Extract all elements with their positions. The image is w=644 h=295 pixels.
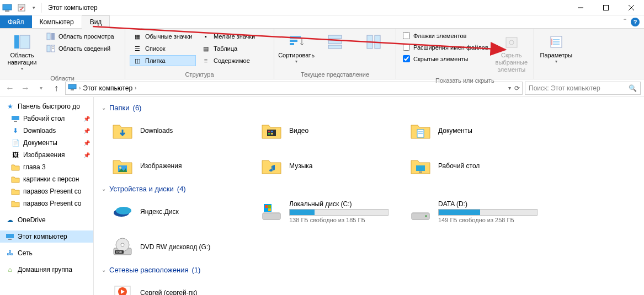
svg-rect-24 [375,35,380,49]
forward-button[interactable]: → [19,82,32,95]
drive-dvd[interactable]: DVD DVD RW дисковод (G:) [107,232,245,262]
folder-pictures[interactable]: Изображения [107,151,245,181]
pin-icon: 📌 [83,128,90,134]
layout-regular-icons[interactable]: ▦Обычные значки [130,31,196,42]
sidebar-item-documents[interactable]: 📄Документы📌 [0,137,93,149]
address-bar[interactable]: › Этот компьютер › ▾ ⟳ [65,82,523,95]
svg-rect-23 [367,35,372,49]
section-devices[interactable]: ⌄ Устройства и диски (4) [102,181,636,196]
navigation-pane-button[interactable]: Область навигации ▾ [4,31,40,74]
sidebar-item-downloads[interactable]: ⬇Downloads📌 [0,125,93,137]
svg-rect-12 [51,33,55,40]
sort-button[interactable]: Сортировать ▾ [279,31,314,67]
window-controls [568,0,644,15]
sidebar-item-quick-access[interactable]: ★Панель быстрого до [0,100,93,112]
this-pc-icon [68,84,77,93]
ribbon-tabs: Файл Компьютер Вид ˆ ? [0,15,644,29]
sidebar-item-this-pc[interactable]: Этот компьютер [0,230,93,243]
tab-file[interactable]: Файл [0,15,32,28]
downloads-icon: ⬇ [11,126,20,135]
drive-c[interactable]: Локальный диск (C:) 138 ГБ свободно из 1… [256,196,394,227]
ribbon-group-options: Параметры ▾ [534,29,578,79]
maximize-button[interactable] [593,0,619,15]
preview-pane-button[interactable]: Область просмотра [43,31,120,42]
recent-locations-button[interactable]: ▾ [34,82,47,95]
folder-documents[interactable]: Документы [405,115,543,146]
sidebar-item-chapter3[interactable]: глава 3 [0,161,93,173]
breadcrumb[interactable]: Этот компьютер [81,84,135,92]
svg-rect-29 [71,89,74,90]
chevron-down-icon: ⌄ [102,105,106,111]
sidebar-item-parovoz1[interactable]: паравоз Present co [0,185,93,197]
close-button[interactable] [619,0,644,15]
item-checkboxes-toggle[interactable]: Флажки элементов [401,31,491,40]
ribbon-group-areas-label: Области [4,74,120,82]
ribbon-group-current-view: Сортировать ▾ Текущее представление [274,29,396,79]
pictures-folder-icon [110,154,135,178]
address-dropdown-icon[interactable]: ▾ [508,85,511,91]
group-by-button[interactable] [317,31,353,61]
sidebar-item-pictures[interactable]: 🖼Изображения📌 [0,149,93,161]
svg-point-55 [425,215,427,217]
qat-dropdown-icon[interactable]: ▾ [30,2,38,14]
svg-rect-30 [12,116,19,120]
drive-yandex-disk[interactable]: Яндекс.Диск [107,196,245,227]
svg-rect-36 [271,131,273,132]
file-extensions-toggle[interactable]: Расширения имен файлов [401,42,491,52]
collapse-ribbon-icon[interactable]: ˆ [624,18,626,26]
refresh-icon[interactable]: ⟳ [514,84,520,92]
drive-usage-bar [438,209,537,216]
section-folders[interactable]: ⌄ Папки (6) [102,100,636,115]
addressbar-row: ← → ▾ ↑ › Этот компьютер › ▾ ⟳ Поиск: Эт… [0,79,644,97]
navigation-pane-label: Область навигации [6,52,39,66]
folder-downloads[interactable]: Downloads [107,115,245,146]
drive-d[interactable]: DATA (D:) 149 ГБ свободно из 258 ГБ [405,196,543,227]
back-button[interactable]: ← [3,82,17,95]
up-button[interactable]: ↑ [50,82,63,95]
search-placeholder: Поиск: Этот компьютер [529,84,600,92]
sidebar-item-network[interactable]: 🖧Сеть [0,247,93,259]
pin-icon: 📌 [83,152,90,158]
svg-rect-31 [14,121,17,122]
svg-rect-37 [268,133,270,135]
section-network[interactable]: ⌄ Сетевые расположения (1) [102,262,636,277]
layout-content[interactable]: ≡Содержимое [198,55,259,66]
sidebar-item-onedrive[interactable]: ☁OneDrive [0,214,93,226]
svg-rect-32 [6,234,14,238]
properties-icon[interactable] [15,2,28,14]
folder-desktop[interactable]: Рабочий стол [405,151,543,181]
svg-rect-28 [68,84,76,89]
this-pc-icon[interactable] [1,2,13,14]
svg-rect-38 [271,133,273,135]
svg-rect-0 [3,4,12,10]
dvd-drive-icon: DVD [110,235,135,259]
layout-list[interactable]: ☰Список [130,43,196,54]
svg-rect-18 [290,40,297,42]
tab-computer[interactable]: Компьютер [32,15,82,28]
tab-view[interactable]: Вид [82,15,110,29]
folder-video[interactable]: Видео [256,115,394,146]
svg-rect-33 [8,239,12,240]
minimize-button[interactable] [568,0,593,15]
columns-button[interactable] [356,31,391,61]
svg-rect-44 [416,165,425,171]
chevron-right-icon[interactable]: › [135,85,136,91]
options-button[interactable]: Параметры ▾ [539,31,574,67]
layout-tiles[interactable]: ◫Плитка [130,55,196,66]
search-input[interactable]: Поиск: Этот компьютер 🔍 [525,82,641,95]
sidebar-item-pictures-person[interactable]: картинки с персон [0,173,93,185]
svg-rect-51 [268,205,271,208]
svg-rect-22 [328,45,342,49]
hidden-items-toggle[interactable]: Скрытые элементы [401,54,491,63]
folder-music[interactable]: Музыка [256,151,394,181]
ribbon-group-current-view-label: Текущее представление [279,70,391,78]
layout-table[interactable]: ▤Таблица [198,43,259,54]
layout-small-icons[interactable]: ▪Мелкие значки [198,31,259,42]
sidebar-item-parovoz2[interactable]: паравоз Present co [0,197,93,210]
sidebar-item-homegroup[interactable]: ⌂Домашняя группа [0,264,93,276]
details-pane-button[interactable]: Область сведений [43,43,120,54]
help-icon[interactable]: ? [631,18,640,26]
qat-divider [41,3,41,13]
network-location-sergey[interactable]: Windows Сергей (сергей-пк) [107,277,245,295]
sidebar-item-desktop[interactable]: Рабочий стол📌 [0,112,93,125]
